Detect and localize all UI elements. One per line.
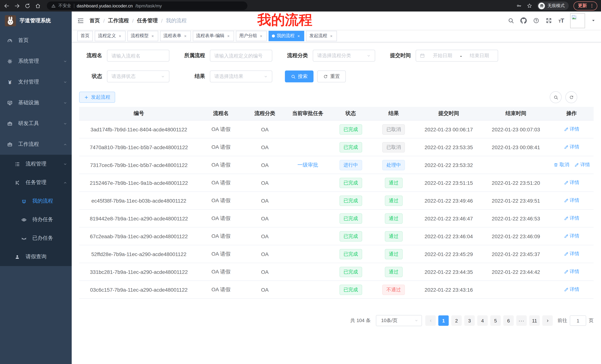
result-select[interactable]: 请选择流结果 <box>210 70 272 82</box>
page-button[interactable]: 4 <box>477 315 488 326</box>
breadcrumb-task[interactable]: 任务管理 <box>137 17 158 24</box>
close-icon[interactable]: × <box>150 34 155 38</box>
github-icon[interactable] <box>521 18 527 24</box>
sidebar-item[interactable]: 任务管理 <box>0 173 72 192</box>
sidebar-item[interactable]: 系统管理 <box>0 51 72 72</box>
security-label: 不安全 <box>58 3 71 9</box>
sidebar-item[interactable]: 工作流程 <box>0 134 72 155</box>
detail-link[interactable]: 详情 <box>564 126 579 133</box>
close-icon[interactable]: × <box>118 34 122 38</box>
tab[interactable]: 流程模型× <box>127 31 158 41</box>
sidebar-item[interactable]: 待办任务 <box>0 211 72 229</box>
result-tag: 通过 <box>385 195 403 206</box>
bookmark-star-icon[interactable] <box>527 3 532 9</box>
fullscreen-icon[interactable] <box>546 18 552 24</box>
goto-label: 前往 <box>558 317 567 324</box>
page-button[interactable]: 3 <box>464 315 475 326</box>
tab-label: 首页 <box>80 33 90 39</box>
more-pages-button[interactable]: ··· <box>516 315 527 326</box>
process-definition-input[interactable] <box>210 50 272 62</box>
avatar[interactable] <box>570 13 585 28</box>
sidebar-item[interactable]: 已办任务 <box>0 229 72 248</box>
avatar-caret-icon[interactable] <box>591 19 595 23</box>
page-button[interactable]: 11 <box>529 315 540 326</box>
edit-icon <box>564 269 569 274</box>
detail-link[interactable]: 详情 <box>564 286 579 293</box>
table-row: 52ffd28e-7b9a-11ec-a290-acde48001122 OA … <box>79 245 594 263</box>
date-range-picker[interactable]: 开始日期 - 结束日期 <box>416 50 498 62</box>
category-select[interactable]: 请选择流程分类 <box>313 50 375 62</box>
tab[interactable]: 流程表单-编辑× <box>193 31 234 41</box>
detail-link[interactable]: 详情 <box>564 215 579 222</box>
sidebar-item[interactable]: 请假查询 <box>0 248 72 266</box>
process-name-input[interactable] <box>107 50 169 62</box>
close-icon[interactable]: × <box>226 34 231 38</box>
page-button[interactable]: 1 <box>438 315 449 326</box>
breadcrumb-workflow[interactable]: 工作流程 <box>108 17 129 24</box>
sidebar-item[interactable]: 流程管理 <box>0 155 72 173</box>
sidebar-item[interactable]: 研发工具 <box>0 113 72 134</box>
tab[interactable]: 发起流程× <box>306 31 337 41</box>
search-icon[interactable] <box>508 18 514 24</box>
close-icon[interactable]: × <box>183 34 188 38</box>
browser-forward-icon[interactable] <box>14 3 20 9</box>
page-button[interactable]: 2 <box>451 315 462 326</box>
status-select[interactable]: 请选择状态 <box>107 70 169 82</box>
browser-back-icon[interactable] <box>4 3 10 9</box>
close-icon[interactable]: × <box>329 34 334 38</box>
detail-link[interactable]: 详情 <box>564 179 579 186</box>
next-page-button[interactable] <box>542 315 553 326</box>
tab[interactable]: 用户分组× <box>236 31 267 41</box>
page-button[interactable]: 5 <box>490 315 501 326</box>
search-button[interactable]: 搜索 <box>285 70 313 82</box>
status-tag: 已完成 <box>339 284 362 295</box>
goto-page-input[interactable] <box>570 315 586 326</box>
detail-link[interactable]: 详情 <box>564 268 579 275</box>
col-end-time: 结束时间 <box>482 107 550 120</box>
address-bar[interactable]: 不安全 dashboard.yudao.iocoder.cn/bpm/task/… <box>47 1 247 10</box>
detail-link[interactable]: 详情 <box>564 251 579 257</box>
task-link[interactable]: 一级审批 <box>297 162 318 168</box>
detail-link[interactable]: 详情 <box>574 162 590 168</box>
url-path: /bpm/task/my <box>135 3 162 8</box>
browser-home-icon[interactable] <box>35 3 41 9</box>
tab[interactable]: 我的流程× <box>269 31 304 41</box>
start-process-button[interactable]: 发起流程 <box>79 92 115 103</box>
filter-row-2: 状态 请选择状态 结果 请选择流结果 <box>79 70 594 82</box>
reset-button[interactable]: 重置 <box>317 70 346 82</box>
detail-link[interactable]: 详情 <box>564 197 579 204</box>
sidebar-item[interactable]: 基础设施 <box>0 92 72 113</box>
detail-link[interactable]: 详情 <box>564 233 579 239</box>
prev-page-button[interactable] <box>425 315 436 326</box>
password-key-icon[interactable] <box>516 3 522 9</box>
close-icon[interactable]: × <box>259 34 263 38</box>
detail-link[interactable]: 详情 <box>564 144 579 151</box>
refresh-table-button[interactable] <box>565 91 577 103</box>
font-size-icon[interactable]: TT <box>559 17 564 24</box>
tab-label: 流程定义 <box>98 33 116 39</box>
top-navbar: 首页 / 工作流程 / 任务管理 / 我的流程 我的流程 TT <box>72 11 601 30</box>
page-size-select[interactable]: 10条/页 <box>376 315 422 326</box>
close-icon[interactable]: × <box>296 34 301 38</box>
chevron-up-icon <box>63 142 67 146</box>
page-button[interactable]: 6 <box>503 315 514 326</box>
browser-menu-dots-icon[interactable] <box>590 3 594 8</box>
sidebar-toggle-icon[interactable] <box>77 17 84 24</box>
cell-end-time: 2022-01-22 23:46:09 <box>482 227 550 245</box>
sidebar-item[interactable]: 我的流程 <box>0 192 72 211</box>
browser-reload-icon[interactable] <box>25 3 30 9</box>
cancel-link[interactable]: 取消 <box>554 162 569 168</box>
tab[interactable]: 流程定义× <box>95 31 126 41</box>
browser-update-button[interactable]: 更新 <box>573 1 597 10</box>
table-row: 819442e8-7b9a-11ec-a290-acde48001122 OA … <box>79 210 594 227</box>
tab[interactable]: 流程表单× <box>160 31 191 41</box>
help-icon[interactable] <box>533 18 540 24</box>
toggle-search-button[interactable] <box>550 91 562 103</box>
tab[interactable]: 首页 <box>77 31 93 41</box>
sidebar-submenu: 流程管理任务管理我的流程待办任务已办任务请假查询 <box>0 155 72 266</box>
sidebar-item[interactable]: 首页 <box>0 30 72 51</box>
sidebar-item[interactable]: ¥支付管理 <box>0 72 72 92</box>
calendar-icon <box>420 53 425 58</box>
breadcrumb-home[interactable]: 首页 <box>90 17 100 24</box>
app-logo[interactable]: 芋道管理系统 <box>0 11 72 30</box>
